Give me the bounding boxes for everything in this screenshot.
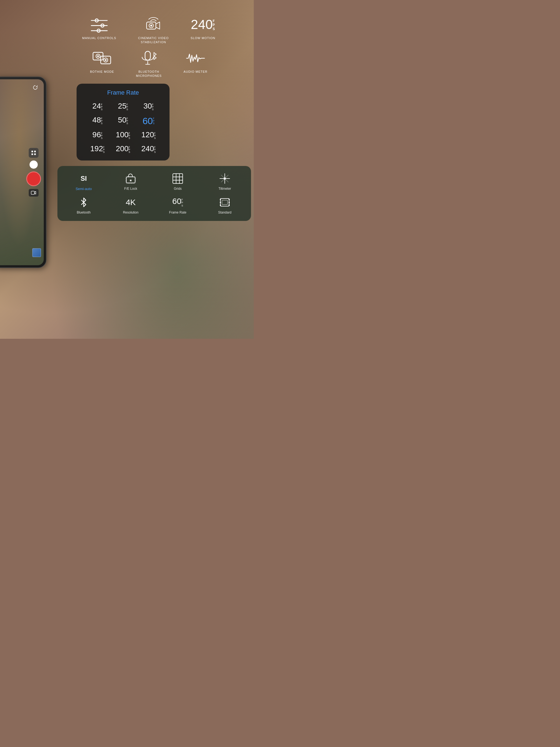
fps-grid: 24 FPS 25 FPS 30 FPS 48 FPS 50 FPS 60	[85, 101, 161, 155]
svg-rect-38	[220, 202, 221, 203]
phone-video-icon	[29, 189, 39, 197]
feature-label-cinematic: CINEMATIC VIDEOSTABILIZATION	[138, 36, 169, 45]
svg-point-13	[150, 25, 152, 27]
feature-manual-controls: MANUAL CONTROLS	[82, 17, 116, 45]
mic-bluetooth-icon	[139, 50, 158, 67]
phone-controls	[26, 148, 41, 197]
svg-rect-39	[220, 205, 221, 206]
control-bluetooth[interactable]: Bluetooth	[63, 196, 104, 214]
phone-screen	[0, 79, 44, 265]
svg-point-19	[105, 59, 106, 61]
control-frame-rate[interactable]: 60 FPS Frame Rate	[157, 196, 199, 214]
tiltmeter-label: Tiltmeter	[219, 187, 231, 190]
feature-bothie-mode: BOTHIE MODE	[90, 50, 114, 78]
standard-icon	[219, 196, 231, 208]
svg-rect-1	[34, 151, 36, 152]
fps-96[interactable]: 96 FPS	[85, 129, 110, 141]
sliders-icon	[90, 17, 109, 33]
feature-cinematic-video: CINEMATIC VIDEOSTABILIZATION	[138, 17, 169, 45]
fps-240-icon: 240 FPS	[193, 17, 212, 33]
dual-camera-icon	[93, 50, 111, 67]
fps-25[interactable]: 25 FPS	[110, 101, 136, 112]
svg-rect-0	[31, 151, 33, 152]
tiltmeter-icon	[219, 173, 231, 185]
camera-wifi-icon	[144, 17, 163, 33]
phone-mockup	[0, 77, 47, 268]
svg-rect-41	[229, 202, 230, 203]
svg-rect-42	[229, 205, 230, 206]
fps-100[interactable]: 100 FPS	[110, 129, 136, 141]
phone-record-button[interactable]	[26, 172, 41, 186]
fps-30[interactable]: 30 FPS	[136, 101, 161, 112]
svg-rect-20	[145, 51, 150, 60]
fe-lock-icon	[125, 173, 137, 185]
frame-rate-ctrl-icon: 60 FPS	[172, 196, 184, 208]
svg-point-16	[97, 55, 99, 57]
frame-rate-ctrl-label: Frame Rate	[169, 210, 186, 214]
svg-rect-26	[173, 174, 183, 183]
fps-240[interactable]: 240 FPS	[136, 143, 161, 155]
svg-rect-36	[221, 199, 229, 206]
bluetooth-label: Bluetooth	[77, 210, 91, 214]
resolution-label: Resolution	[123, 210, 138, 214]
svg-rect-24	[130, 180, 131, 181]
svg-point-35	[224, 177, 226, 180]
svg-rect-40	[229, 199, 230, 200]
feature-label-manual-controls: MANUAL CONTROLS	[82, 36, 116, 40]
frame-rate-panel: Frame Rate 24 FPS 25 FPS 30 FPS 48 FPS 5…	[77, 84, 170, 160]
svg-rect-2	[31, 153, 33, 155]
feature-slow-motion: 240 FPS SLOW MOTION	[190, 17, 215, 45]
grids-icon	[172, 173, 184, 185]
standard-label: Standard	[218, 210, 232, 214]
svg-rect-4	[31, 191, 34, 195]
controls-panel: SI Semi-auto F/E Lock	[57, 166, 251, 221]
refresh-icon	[32, 85, 38, 92]
grids-label: Grids	[174, 187, 182, 190]
svg-rect-43	[222, 200, 228, 205]
control-resolution[interactable]: 4K Resolution	[110, 196, 152, 214]
features-row-1: MANUAL CONTROLS CINEMATIC VIDEOSTABILIZA…	[49, 0, 254, 45]
main-content: MANUAL CONTROLS CINEMATIC VIDEOSTABILIZA…	[49, 0, 254, 339]
phone-thumbnail	[32, 248, 41, 257]
semi-auto-label: Semi-auto	[75, 187, 92, 191]
fps-200[interactable]: 200 FPS	[110, 143, 136, 155]
fe-lock-label: F/E Lock	[124, 187, 137, 190]
control-standard[interactable]: Standard	[204, 196, 246, 214]
control-grids[interactable]: Grids	[157, 173, 199, 191]
features-row-2: BOTHIE MODE BLUETOOTHMICROPHONES	[49, 45, 254, 78]
fps-48[interactable]: 48 FPS	[85, 114, 110, 127]
phone-white-dot	[29, 160, 38, 169]
waveform-icon	[186, 50, 205, 67]
fps-120[interactable]: 120 FPS	[136, 129, 161, 141]
fps-192[interactable]: 192 FPS	[85, 143, 110, 155]
feature-audio-meter: AUDIO METER	[183, 50, 207, 78]
fps-50[interactable]: 50 FPS	[110, 114, 136, 127]
feature-bluetooth-mic: BLUETOOTHMICROPHONES	[136, 50, 161, 78]
resolution-icon: 4K	[125, 196, 137, 208]
fps-60[interactable]: 60 FPS	[136, 114, 161, 127]
fps-24[interactable]: 24 FPS	[85, 101, 110, 112]
feature-label-bothie: BOTHIE MODE	[90, 70, 114, 74]
control-fe-lock[interactable]: F/E Lock	[110, 173, 152, 191]
feature-label-audio-meter: AUDIO METER	[183, 70, 207, 74]
feature-label-bluetooth-mic: BLUETOOTHMICROPHONES	[136, 70, 161, 78]
phone-grid-button[interactable]	[29, 148, 39, 158]
frame-rate-panel-title: Frame Rate	[85, 89, 161, 96]
svg-rect-37	[220, 199, 221, 200]
feature-label-slow-motion: SLOW MOTION	[190, 36, 215, 40]
control-semi-auto[interactable]: SI Semi-auto	[63, 173, 104, 191]
control-tiltmeter[interactable]: Tiltmeter	[204, 173, 246, 191]
semi-auto-icon: SI	[78, 173, 90, 185]
svg-rect-3	[34, 153, 36, 155]
bluetooth-icon	[78, 196, 90, 208]
